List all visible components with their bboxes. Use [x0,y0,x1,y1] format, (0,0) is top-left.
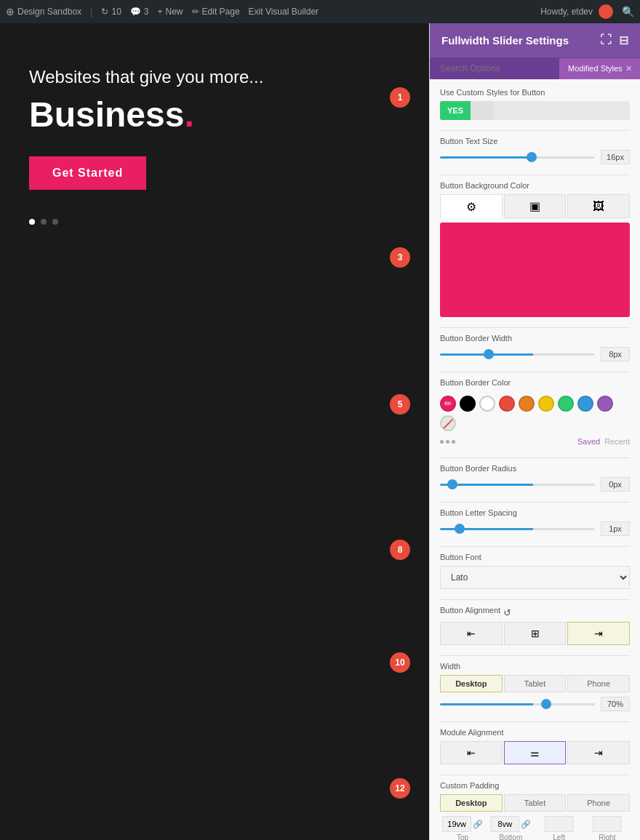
site-name[interactable]: ⊕ Design Sandbox [6,6,81,17]
module-alignment-section: Module Alignment ⇤ ⚌ ⇥ [440,728,630,764]
alignment-section: Button Alignment ↺ ⇤ ⊞ ⇥ [440,606,630,645]
font-select[interactable]: Lato Open Sans Roboto Montserrat [440,566,630,589]
color-preview[interactable] [440,223,630,317]
bg-color-section: Button Background Color ⚙ ▣ 🖼 [440,181,630,317]
padding-right-input[interactable] [593,816,622,832]
align-center-btn[interactable]: ⊞ [504,622,567,645]
plus-icon: + [158,7,163,17]
module-align-left-btn[interactable]: ⇤ [440,741,503,764]
border-width-slider[interactable] [440,353,595,356]
swatch-red[interactable] [499,396,515,412]
saved-tab[interactable]: Saved [577,437,600,446]
slider-dots [29,219,400,225]
panel-title: Fullwidth Slider Settings [441,34,569,47]
dot-2[interactable] [41,219,47,225]
search-bar-icon[interactable]: 🔍 [622,6,634,17]
alignment-label-row: Button Alignment ↺ [440,606,630,619]
width-tablet-tab[interactable]: Tablet [504,675,567,692]
border-width-label: Button Border Width [440,334,630,343]
padding-phone-tab[interactable]: Phone [567,794,630,812]
step-badge-5: 5 [390,394,410,415]
width-desktop-tab[interactable]: Desktop [440,675,503,692]
padding-desktop-tab[interactable]: Desktop [440,794,503,812]
swatch-white[interactable] [479,396,495,412]
columns-icon[interactable]: ⊟ [619,33,628,47]
pencil-swatch[interactable]: ✏ [440,396,456,412]
text-size-value: 16px [601,150,630,164]
toggle-no[interactable] [471,101,494,120]
width-slider-row: 70% [440,697,630,711]
padding-bottom-label: Bottom [500,833,523,840]
letter-spacing-slider[interactable] [440,528,595,530]
module-alignment-buttons: ⇤ ⚌ ⇥ [440,741,630,764]
padding-bottom-link-icon[interactable]: 🔗 [521,820,531,829]
recent-tab[interactable]: Recent [604,437,630,446]
padding-device-tabs: Desktop Tablet Phone [440,794,630,812]
fullscreen-icon[interactable]: ⛶ [600,33,612,47]
updates-item[interactable]: ↻ 10 [101,7,121,17]
get-started-button[interactable]: Get Started [29,156,146,190]
text-size-section: Button Text Size 16px [440,137,630,164]
step-badge-12: 12 [390,778,410,799]
width-phone-tab[interactable]: Phone [567,675,630,692]
border-radius-slider-row: 0px [440,477,630,492]
pencil-icon-bar: ✏ [192,7,199,17]
step-badge-1: 1 [390,87,410,108]
text-size-label: Button Text Size [440,137,630,145]
yes-no-toggle[interactable]: YES [440,101,630,120]
padding-tablet-tab[interactable]: Tablet [504,794,567,812]
module-align-right-btn[interactable]: ⇥ [567,741,630,764]
swatch-yellow[interactable] [538,396,554,412]
admin-bar: ⊕ Design Sandbox | ↻ 10 💬 3 + New ✏ Edit… [0,0,640,23]
swatch-strikethrough[interactable] [440,415,456,431]
dot-3[interactable] [52,219,58,225]
alignment-buttons: ⇤ ⊞ ⇥ [440,622,630,645]
swatch-black[interactable] [460,396,476,412]
dot-1[interactable] [29,219,35,225]
padding-right-cell: Right [585,816,630,840]
width-slider[interactable] [440,703,595,705]
swatch-orange[interactable] [519,396,535,412]
swatch-purple[interactable] [597,396,613,412]
padding-top-link-icon[interactable]: 🔗 [473,820,483,829]
width-value: 70% [601,697,630,711]
slider-subtitle: Websites that give you more... [29,67,400,87]
search-options-input[interactable] [430,57,559,79]
panel-header: Fullwidth Slider Settings ⛶ ⊟ [430,23,640,57]
color-tab-solid[interactable]: ▣ [504,194,567,218]
step-badge-10: 10 [390,652,410,673]
custom-styles-label: Use Custom Styles for Button [440,88,630,97]
custom-styles-section: Use Custom Styles for Button YES [440,88,630,120]
bg-color-label: Button Background Color [440,181,630,190]
border-radius-slider[interactable] [440,484,595,486]
letter-spacing-label: Button Letter Spacing [440,508,630,517]
slider-title: Business. [29,95,400,135]
align-right-btn[interactable]: ⇥ [567,622,630,645]
color-tab-gradient[interactable]: ⚙ [440,194,503,218]
avatar-icon [599,4,613,19]
comments-item[interactable]: 💬 3 [130,7,149,17]
modified-styles-button[interactable]: Modified Styles ✕ [559,58,640,79]
exit-builder-item[interactable]: Exit Visual Builder [249,7,319,17]
more-colors-dots[interactable] [440,439,455,445]
right-panel: Fullwidth Slider Settings ⛶ ⊟ Modified S… [429,23,640,840]
edit-page-item[interactable]: ✏ Edit Page [192,7,240,17]
text-size-slider[interactable] [440,156,595,159]
step-badge-3: 3 [390,247,410,268]
swatch-blue[interactable] [577,396,593,412]
padding-bottom-input[interactable] [490,816,519,832]
howdy-item: Howdy, etdev [540,4,613,19]
toggle-yes[interactable]: YES [440,101,471,120]
slider-content: Websites that give you more... Business.… [0,23,429,268]
align-left-btn[interactable]: ⇤ [440,622,503,645]
color-tab-image[interactable]: 🖼 [567,194,630,218]
padding-top-input[interactable] [442,816,471,832]
wordpress-icon: ⊕ [6,6,15,17]
close-modified-icon[interactable]: ✕ [625,64,632,73]
swatch-green[interactable] [558,396,574,412]
new-item[interactable]: + New [158,7,183,17]
border-radius-section: Button Border Radius 0px [440,464,630,492]
module-align-center-btn[interactable]: ⚌ [504,741,567,764]
padding-left-input[interactable] [545,816,574,832]
alignment-reset-icon[interactable]: ↺ [503,607,511,618]
